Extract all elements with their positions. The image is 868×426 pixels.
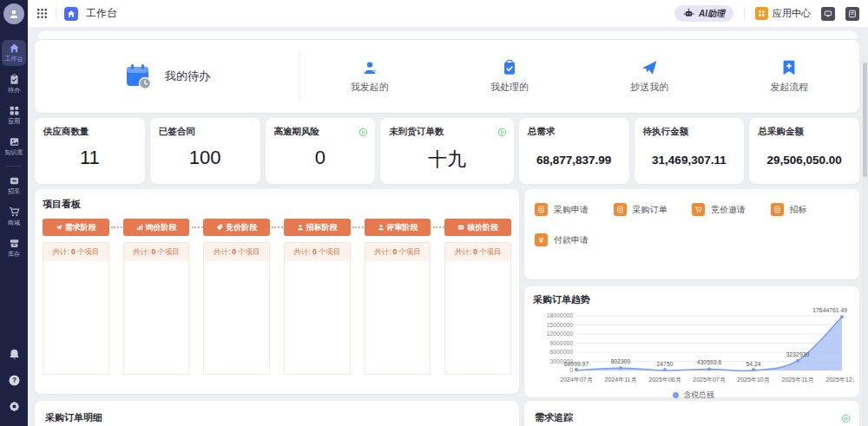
action-label: 发起流程 (770, 81, 808, 94)
stat-label: 总采购金额 (758, 126, 851, 138)
quick-links-row-2: ¥ 付款申请 (535, 233, 849, 246)
stat-value: 31,469,307.11 (635, 154, 745, 167)
sidebar-item-apps[interactable]: 应用 (2, 102, 26, 128)
legend-dot (673, 392, 679, 398)
scrollbar-track[interactable] (862, 56, 868, 426)
link-purchase-request[interactable]: 采购申请 (535, 203, 614, 216)
chart-legend-item[interactable]: 含税总额 (533, 390, 854, 401)
my-todo-button[interactable]: 我的待办 (35, 51, 299, 102)
kanban-column-tender: 招标阶段 共计:0个项目 (284, 219, 351, 375)
legend-label: 含税总额 (683, 390, 714, 401)
stat-overdue-risk[interactable]: 高逾期风险 0 (266, 118, 376, 184)
purchase-trend-card: 采购订单趋势 030000006000000900000012000000150… (524, 286, 859, 397)
help-button[interactable]: ? (8, 374, 21, 390)
kanban-column-pricing: 核价阶段 共计:0个项目 (444, 219, 511, 375)
stage-header-review[interactable]: 评审阶段 (365, 219, 431, 236)
link-purchase-order[interactable]: 采购订单 (614, 203, 693, 216)
monitor-button[interactable] (821, 7, 835, 21)
action-cc-to-me[interactable]: 抄送我的 (580, 59, 720, 94)
sidebar-item-sourcing[interactable]: 招采 (2, 173, 26, 199)
svg-text:2025年12月: 2025年12月 (825, 377, 854, 383)
kanban-column-bidding: 竞价阶段 共计:0个项目 (203, 219, 270, 375)
svg-text:2025年10月: 2025年10月 (737, 377, 769, 383)
clipboard-check-icon (501, 59, 518, 76)
sidebar-item-workspace[interactable]: 工作台 (2, 40, 26, 66)
topbar-separator (744, 8, 745, 20)
apps-grid-icon (9, 105, 20, 116)
user-avatar[interactable] (3, 3, 24, 24)
action-initiated-by-me[interactable]: 我发起的 (299, 59, 439, 94)
link-label: 采购订单 (633, 204, 667, 216)
person-icon (8, 8, 20, 20)
sidebar-item-inventory[interactable]: 库存 (2, 235, 26, 261)
action-label: 我处理的 (490, 81, 529, 94)
todo-actions: 我发起的 我处理的 抄送我的 (299, 59, 859, 94)
stat-value: 100 (150, 147, 260, 169)
link-label: 竞价邀请 (711, 204, 746, 216)
svg-text:2025年06月: 2025年06月 (648, 377, 681, 383)
stage-body (203, 261, 270, 375)
purchase-order-detail-card: 采购订单明细 (35, 401, 519, 426)
action-start-process[interactable]: 发起流程 (720, 59, 859, 94)
svg-text:6000000: 6000000 (550, 349, 574, 355)
stage-label: 竞价阶段 (226, 222, 257, 233)
link-bidding-invitation[interactable]: 竞价邀请 (692, 203, 771, 216)
scrollbar-thumb[interactable] (863, 62, 867, 177)
stage-header-bidding[interactable]: 竞价阶段 (203, 219, 270, 236)
notes-button[interactable] (845, 7, 859, 21)
svg-text:2025年07月: 2025年07月 (693, 377, 725, 383)
app-launcher-button[interactable] (36, 8, 48, 19)
payment-icon: ¥ (535, 233, 548, 246)
app-center-icon (755, 7, 768, 20)
svg-text:802300: 802300 (611, 358, 631, 364)
workspace-tab-icon[interactable] (64, 7, 78, 21)
stat-value: 29,506,050.00 (749, 154, 859, 167)
sidebar-item-knowledge[interactable]: 知识库 (2, 134, 26, 160)
topbar: 工作台 AI助理 应用中心 (28, 0, 868, 28)
sidebar-item-label: 应用 (8, 118, 20, 125)
svg-text:2024年11月: 2024年11月 (605, 377, 637, 383)
grid-dots-icon (36, 8, 48, 19)
ai-assistant-button[interactable]: AI助理 (674, 5, 733, 22)
sidebar-item-todo[interactable]: 待办 (2, 71, 26, 97)
person-icon (361, 59, 378, 76)
inventory-boxes-icon (9, 238, 20, 249)
sidebar-item-label: 商城 (8, 220, 20, 226)
stat-value: 0 (266, 147, 376, 169)
link-label: 招标 (790, 204, 807, 216)
stage-header-pricing[interactable]: 核价阶段 (444, 219, 511, 236)
stat-pending-amount[interactable]: 待执行金额 31,469,307.11 (635, 118, 745, 184)
price-tag-icon (216, 224, 223, 231)
stage-header-tender[interactable]: 招标阶段 (284, 219, 351, 236)
sidebar-item-mall[interactable]: 商城 (2, 204, 26, 230)
stage-label: 评审阶段 (387, 222, 418, 233)
stat-total-purchase-amount[interactable]: 总采购金额 29,506,050.00 (749, 118, 859, 184)
stat-signed-contracts[interactable]: 已签合同 100 (150, 118, 260, 184)
svg-text:9000000: 9000000 (550, 340, 574, 346)
svg-text:430593.6: 430593.6 (697, 359, 722, 365)
question-icon: ? (8, 374, 21, 387)
action-processed-by-me[interactable]: 我处理的 (439, 59, 579, 94)
action-label: 我发起的 (351, 81, 389, 94)
stat-total-demand[interactable]: 总需求 68,877,837.99 (519, 118, 629, 184)
document-icon (614, 203, 627, 216)
page-title: 工作台 (86, 6, 117, 21)
stage-header-inquiry[interactable]: 询价阶段 (123, 219, 190, 236)
settings-button[interactable] (8, 400, 21, 416)
stage-header-demand[interactable]: 需求阶段 (43, 219, 109, 236)
workspace-app: 工作台 待办 应用 知识库 (0, 0, 868, 426)
stat-label: 总需求 (528, 126, 621, 138)
kanban-column-inquiry: 询价阶段 共计:0个项目 (123, 219, 190, 375)
stat-label: 未到货订单数 (389, 126, 504, 138)
project-kanban-card: 项目看板 需求阶段 共计:0个项目 询价阶段 (35, 189, 519, 394)
stat-supplier-count[interactable]: 供应商数量 11 (35, 118, 145, 184)
stat-label: 高逾期风险 (274, 126, 367, 138)
svg-text:2024年07月: 2024年07月 (560, 377, 592, 383)
status-indicator-icon (358, 125, 368, 141)
app-center-button[interactable]: 应用中心 (755, 7, 811, 20)
stat-undelivered-orders[interactable]: 未到货订单数 十九 (380, 118, 513, 184)
link-tender[interactable]: 招标 (771, 203, 850, 216)
link-payment-request[interactable]: ¥ 付款申请 (535, 233, 614, 246)
notifications-button[interactable] (8, 348, 21, 364)
paper-plane-icon (641, 59, 658, 76)
